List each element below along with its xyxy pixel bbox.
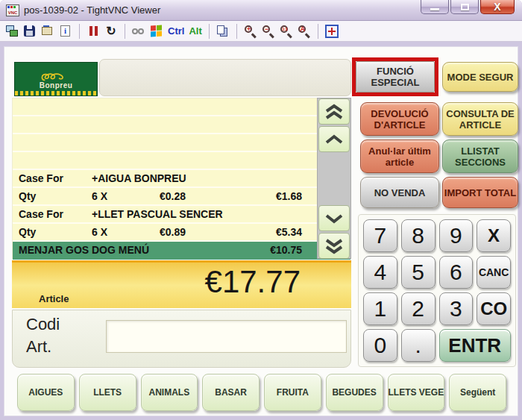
minimize-button[interactable]: [421, 0, 449, 14]
toolbar-separator: [209, 24, 210, 39]
mode-segur-button[interactable]: MODE SEGUR: [442, 62, 518, 92]
scroll-top-button[interactable]: [318, 98, 350, 125]
key-0[interactable]: 0: [363, 329, 397, 362]
key-3[interactable]: 3: [439, 292, 474, 325]
bonpreu-logo: Bonpreu: [14, 62, 98, 96]
category-llets-button[interactable]: LLETS: [79, 374, 136, 411]
receipt-row[interactable]: [13, 98, 350, 116]
category-begudes-button[interactable]: BEGUDES: [326, 374, 383, 411]
maximize-icon: [461, 4, 469, 10]
double-chevron-up-icon: [324, 104, 345, 120]
key-enter[interactable]: ENTR: [439, 329, 512, 362]
scroll-down-button[interactable]: [318, 205, 350, 231]
key-1[interactable]: 1: [363, 292, 397, 325]
vnc-toolbar: i ↻ Ctrl Alt + − 1:1 A: [0, 21, 522, 42]
toolbar-separator: [236, 24, 237, 39]
chevron-up-icon: [324, 134, 345, 145]
consulta-article-button[interactable]: CONSULTA DE ARTICLE: [442, 102, 518, 136]
double-chevron-down-icon: [324, 238, 345, 254]
close-button[interactable]: X: [480, 0, 515, 14]
receipt-row[interactable]: Case For +LLET PASCUAL SENCER: [13, 206, 350, 224]
receipt-row[interactable]: [13, 152, 350, 170]
key-multiply[interactable]: X: [477, 219, 511, 252]
article-label: Article: [39, 293, 69, 304]
total-amount: €17.77: [205, 264, 301, 300]
key-6[interactable]: 6: [439, 256, 474, 289]
receipt-scrollbar[interactable]: [317, 98, 351, 259]
vnc-app-icon: VNC: [6, 4, 19, 16]
category-llets-vege-button[interactable]: LLETS VEGE: [388, 374, 445, 411]
receipt-row[interactable]: [13, 116, 350, 134]
key-7[interactable]: 7: [363, 219, 397, 252]
pause-icon[interactable]: [87, 25, 100, 38]
close-icon: X: [494, 1, 500, 13]
send-keys-icon[interactable]: [132, 25, 145, 38]
numeric-keypad: 7 8 9 X 4 5 6 CANC 1 2 3 CO 0 . ENTR: [358, 214, 516, 367]
category-aigues-button[interactable]: AIGUES: [17, 374, 75, 411]
toolbar-separator: [318, 24, 318, 39]
category-fruita-button[interactable]: FRUITA: [264, 374, 321, 411]
full-screen-icon[interactable]: [325, 25, 339, 38]
refresh-icon[interactable]: ↻: [104, 25, 118, 38]
scroll-bottom-button[interactable]: [318, 233, 350, 259]
key-decimal[interactable]: .: [401, 329, 435, 362]
key-clear[interactable]: CO: [477, 292, 511, 325]
receipt-list: Case For +AIGUA BONPREU Qty 6 X €0.28 €1…: [12, 98, 351, 259]
total-panel: €17.77 Article: [12, 260, 351, 308]
brand-name: Bonpreu: [40, 82, 73, 89]
receipt-row[interactable]: Qty 6 X €0.28 €1.68: [13, 188, 350, 206]
funcio-especial-button[interactable]: FUNCIÓ ESPECIAL: [356, 61, 435, 93]
zoom-in-icon[interactable]: +: [244, 25, 257, 38]
title-bar: VNC pos-1039-02 - TightVNC Viewer X: [0, 0, 522, 21]
zoom-100-icon[interactable]: 1:1: [280, 25, 293, 38]
ctrl-toggle[interactable]: Ctrl: [168, 25, 184, 37]
connection-options-icon[interactable]: [41, 25, 54, 38]
pos-screen: Bonpreu Case For +AIGUA BONPREU Qty 6 X …: [4, 46, 518, 416]
minimize-icon: [430, 8, 439, 10]
key-8[interactable]: 8: [401, 219, 435, 252]
category-basar-button[interactable]: BASAR: [202, 374, 260, 411]
llistat-seccions-button[interactable]: LLISTAT SECCIONS: [442, 140, 518, 173]
brand-dashes-decoration: [15, 91, 97, 95]
receipt-row[interactable]: [13, 134, 350, 152]
key-4[interactable]: 4: [363, 256, 397, 289]
receipt-row[interactable]: Case For +AIGUA BONPREU: [13, 170, 350, 188]
window-title: pos-1039-02 - TightVNC Viewer: [24, 4, 160, 16]
scroll-up-button[interactable]: [318, 126, 350, 152]
save-session-icon[interactable]: [23, 25, 37, 38]
alt-toggle[interactable]: Alt: [189, 25, 201, 37]
import-total-button[interactable]: IMPORT TOTAL: [442, 177, 518, 208]
header-tab-panel: [99, 59, 351, 96]
new-connection-icon[interactable]: [5, 25, 19, 38]
toolbar-separator: [125, 24, 125, 39]
zoom-auto-icon[interactable]: A: [298, 25, 311, 38]
key-5[interactable]: 5: [401, 256, 435, 289]
funcio-especial-highlight: FUNCIÓ ESPECIAL: [352, 57, 438, 96]
code-entry-panel: Codi Art.: [12, 310, 351, 368]
toolbar-separator: [79, 24, 80, 39]
category-animals-button[interactable]: ANIMALS: [141, 374, 198, 411]
key-9[interactable]: 9: [439, 219, 474, 252]
next-page-button[interactable]: Següent: [449, 374, 506, 411]
tightvnc-window: VNC pos-1039-02 - TightVNC Viewer X i ↻ …: [0, 0, 522, 420]
copy-icon[interactable]: [216, 25, 230, 38]
key-cancel[interactable]: CANC: [477, 256, 511, 289]
key-2[interactable]: 2: [401, 292, 435, 325]
receipt-row[interactable]: Qty 6 X €0.89 €5.34: [13, 224, 350, 242]
maximize-button[interactable]: [450, 0, 479, 14]
category-button-row: AIGUES LLETS ANIMALS BASAR FRUITA BEGUDE…: [17, 374, 506, 411]
article-code-input[interactable]: [106, 320, 347, 353]
devolucio-article-button[interactable]: DEVOLUCIÓ D'ARTICLE: [360, 102, 439, 136]
ctrl-alt-del-icon[interactable]: [150, 24, 163, 38]
code-entry-label: Codi Art.: [26, 313, 60, 358]
no-venda-button[interactable]: NO VENDA: [360, 177, 439, 208]
receipt-row-selected[interactable]: MENJAR GOS DOG MENÚ €10.75: [13, 242, 350, 260]
connection-info-icon[interactable]: i: [59, 25, 72, 38]
zoom-out-icon[interactable]: −: [262, 25, 275, 38]
chevron-down-icon: [324, 213, 345, 224]
anullar-ultim-article-button[interactable]: Anul·lar últim article: [360, 140, 439, 173]
